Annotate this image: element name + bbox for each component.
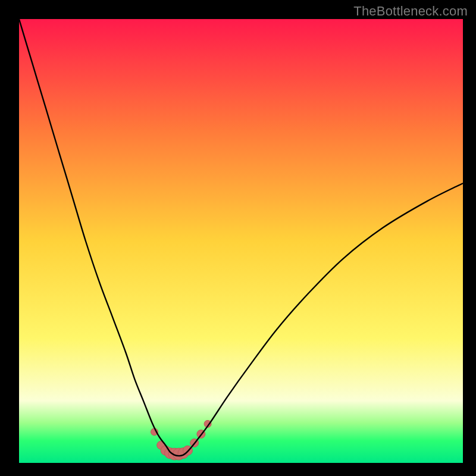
chart-svg: [19, 19, 463, 463]
chart-outer-frame: TheBottleneck.com: [0, 0, 476, 476]
watermark-text: TheBottleneck.com: [353, 4, 468, 19]
plot-area: [19, 19, 463, 463]
